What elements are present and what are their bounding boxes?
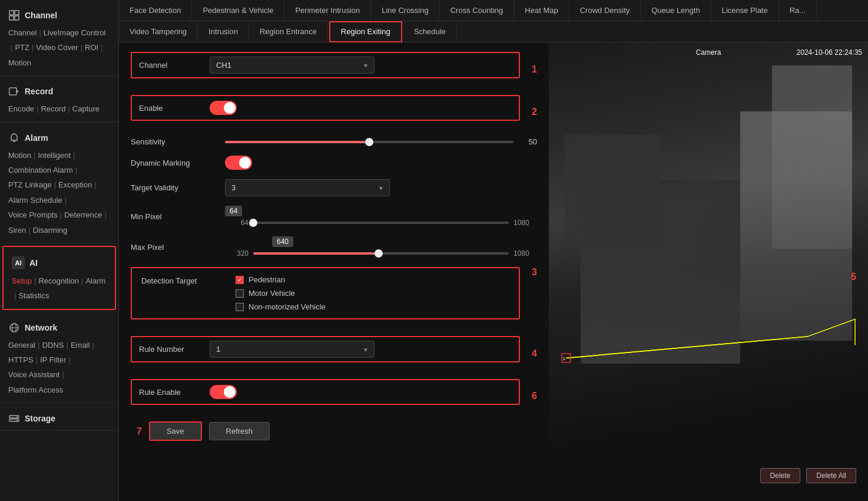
sidebar-section-channel: Channel Channel| Live Image Control| PTZ… bbox=[0, 0, 118, 76]
save-button[interactable]: Save bbox=[149, 421, 202, 441]
sidebar-item-ptz-linkage[interactable]: PTZ Linkage bbox=[8, 178, 52, 192]
target-validity-select[interactable]: 1 2 3 4 5 bbox=[225, 179, 390, 196]
rule-enable-label: Rule Enable bbox=[139, 388, 210, 397]
sensitivity-label: Sensitivity bbox=[131, 137, 225, 146]
min-pixel-slider-wrap: 64 64 1080 bbox=[225, 206, 537, 227]
pedestrian-checkbox[interactable] bbox=[236, 276, 244, 284]
sidebar-item-general[interactable]: General bbox=[8, 338, 35, 352]
sidebar-title-storage: Storage bbox=[0, 408, 118, 428]
sidebar-item-statistics[interactable]: Statistics bbox=[18, 289, 49, 302]
sensitivity-thumb[interactable] bbox=[365, 138, 373, 146]
sidebar-item-ddns[interactable]: DDNS bbox=[42, 338, 64, 352]
sidebar-item-platform-access[interactable]: Platform Access bbox=[8, 383, 63, 397]
tab-heat-map[interactable]: Heat Map bbox=[514, 0, 569, 21]
sidebar-title-alarm: Alarm bbox=[0, 127, 118, 147]
tab-license-plate[interactable]: License Plate bbox=[711, 0, 779, 21]
sidebar-item-ptz[interactable]: PTZ bbox=[15, 41, 29, 54]
tab-region-exiting[interactable]: Region Exiting bbox=[329, 21, 402, 42]
sidebar-item-motion[interactable]: Motion bbox=[8, 149, 31, 162]
sidebar-item-siren[interactable]: Siren bbox=[8, 223, 26, 237]
sidebar-item-roi[interactable]: ROI bbox=[85, 41, 98, 54]
sidebar-network-label: Network bbox=[25, 323, 57, 332]
sidebar-item-voice-assistant[interactable]: Voice Assistant bbox=[8, 368, 59, 381]
tab-intrusion[interactable]: Intrusion bbox=[198, 21, 249, 42]
svg-rect-3 bbox=[15, 16, 19, 20]
sidebar-item-https[interactable]: HTTPS bbox=[8, 353, 34, 367]
tab-crowd-density[interactable]: Crowd Density bbox=[569, 0, 641, 21]
sidebar-item-setup[interactable]: Setup bbox=[12, 274, 32, 288]
enable-label: Enable bbox=[139, 104, 210, 113]
sidebar-item-alarm[interactable]: Alarm bbox=[85, 274, 105, 288]
dynamic-marking-row: Dynamic Marking bbox=[131, 156, 537, 170]
sidebar-item-exception[interactable]: Exception bbox=[58, 178, 92, 192]
detection-target-label: Detection Target bbox=[141, 275, 224, 285]
sidebar-item-combination-alarm[interactable]: Combination Alarm bbox=[8, 163, 73, 177]
tab-line-crossing[interactable]: Line Crossing bbox=[371, 0, 440, 21]
min-pixel-thumb[interactable] bbox=[249, 219, 257, 227]
channel-select[interactable]: CH1 CH2 CH3 CH4 bbox=[210, 57, 375, 74]
refresh-button[interactable]: Refresh bbox=[209, 422, 270, 440]
max-pixel-row: Max Pixel 640 320 1080 bbox=[131, 236, 537, 258]
sidebar-section-network: Network General| DDNS| Email| HTTPS| IP … bbox=[0, 312, 118, 404]
rule-enable-toggle[interactable] bbox=[210, 385, 237, 399]
tab-cross-counting[interactable]: Cross Counting bbox=[440, 0, 515, 21]
tab-perimeter-intrusion[interactable]: Perimeter Intrusion bbox=[284, 0, 371, 21]
max-pixel-track[interactable] bbox=[253, 252, 509, 255]
checkbox-pedestrian[interactable]: Pedestrian bbox=[236, 275, 326, 284]
max-pixel-thumb[interactable] bbox=[375, 249, 383, 258]
annotation-5: 5 bbox=[851, 272, 856, 282]
sidebar-item-recognition[interactable]: Recognition bbox=[38, 274, 79, 288]
sidebar-section-storage: Storage bbox=[0, 403, 118, 431]
sidebar-item-motion[interactable]: Motion bbox=[8, 56, 31, 70]
channel-box: Channel CH1 CH2 CH3 CH4 bbox=[131, 52, 520, 78]
svg-point-12 bbox=[16, 416, 18, 417]
sensitivity-track[interactable] bbox=[225, 141, 513, 143]
non-motorized-checkbox[interactable] bbox=[236, 303, 244, 311]
checkbox-motor-vehicle[interactable]: Motor Vehicle bbox=[236, 289, 326, 298]
sensitivity-slider-wrap: 50 bbox=[225, 137, 537, 146]
sidebar-item-record[interactable]: Record bbox=[41, 102, 65, 116]
sidebar-item-image-control[interactable]: Image Control bbox=[58, 26, 106, 39]
min-pixel-max: 1080 bbox=[513, 219, 537, 227]
sidebar-item-ip-filter[interactable]: IP Filter bbox=[40, 353, 67, 367]
rule-number-select[interactable]: 1 2 3 4 bbox=[210, 341, 375, 358]
sidebar-item-email[interactable]: Email bbox=[71, 338, 90, 352]
delete-button[interactable]: Delete bbox=[760, 468, 801, 483]
tab-video-tampering[interactable]: Video Tampering bbox=[119, 21, 198, 42]
max-pixel-bubble: 640 bbox=[272, 236, 293, 247]
checkbox-non-motorized[interactable]: Non-motorized Vehicle bbox=[236, 302, 326, 311]
network-icon bbox=[8, 322, 20, 334]
tab-queue-length[interactable]: Queue Length bbox=[641, 0, 711, 21]
sensitivity-row: Sensitivity 50 bbox=[131, 137, 537, 146]
sidebar-item-encode[interactable]: Encode bbox=[8, 102, 34, 116]
dynamic-marking-toggle[interactable] bbox=[225, 156, 252, 170]
sidebar-item-alarm-schedule[interactable]: Alarm Schedule bbox=[8, 193, 62, 207]
sidebar-item-live[interactable]: Live bbox=[44, 26, 58, 39]
min-pixel-track[interactable] bbox=[253, 222, 509, 224]
sidebar-item-disarming[interactable]: Disarming bbox=[33, 223, 68, 237]
region-overlay[interactable]: 1 bbox=[549, 42, 868, 501]
sidebar-item-voice-prompts[interactable]: Voice Prompts bbox=[8, 208, 58, 222]
tab-schedule[interactable]: Schedule bbox=[403, 21, 457, 42]
sidebar-item-deterrence[interactable]: Deterrence bbox=[64, 208, 102, 222]
ai-icon: AI bbox=[12, 256, 25, 269]
detection-checkboxes: Pedestrian Motor Vehicle Non-motorized V… bbox=[236, 275, 326, 311]
sidebar-ai-label: AI bbox=[29, 258, 38, 268]
delete-all-button[interactable]: Delete All bbox=[806, 468, 856, 483]
sidebar-item-video-cover[interactable]: Video Cover bbox=[36, 41, 78, 54]
rule-number-select-wrap: 1 2 3 4 bbox=[210, 341, 375, 358]
tab-ra[interactable]: Ra... bbox=[779, 0, 817, 21]
tab-face-detection[interactable]: Face Detection bbox=[119, 0, 192, 21]
record-icon bbox=[8, 85, 20, 97]
sidebar-item-channel[interactable]: Channel bbox=[8, 26, 37, 39]
enable-toggle[interactable] bbox=[210, 101, 237, 115]
motor-vehicle-checkbox[interactable] bbox=[236, 289, 244, 298]
tab-region-entrance[interactable]: Region Entrance bbox=[249, 21, 328, 42]
sidebar-item-intelligent[interactable]: Intelligent bbox=[38, 149, 71, 162]
max-pixel-slider-wrap: 640 320 1080 bbox=[225, 236, 537, 258]
svg-rect-2 bbox=[9, 16, 14, 20]
tab-pedestrian-vehicle[interactable]: Pedestrian & Vehicle bbox=[192, 0, 284, 21]
dynamic-marking-label: Dynamic Marking bbox=[131, 159, 225, 167]
annotation-2: 2 bbox=[532, 107, 537, 117]
sidebar-item-capture[interactable]: Capture bbox=[72, 102, 100, 116]
